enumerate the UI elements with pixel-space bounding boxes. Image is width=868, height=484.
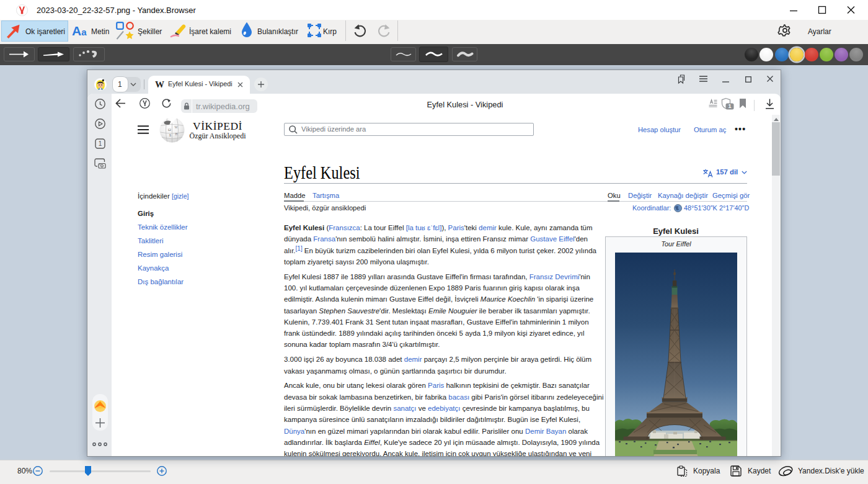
svg-text:Η: Η bbox=[175, 132, 178, 136]
svg-text:1: 1 bbox=[728, 103, 731, 109]
svg-text:1: 1 bbox=[99, 140, 102, 147]
svg-text:Б: Б bbox=[169, 133, 171, 137]
svg-text:Ω: Ω bbox=[168, 127, 171, 132]
svg-text:W: W bbox=[175, 125, 179, 129]
